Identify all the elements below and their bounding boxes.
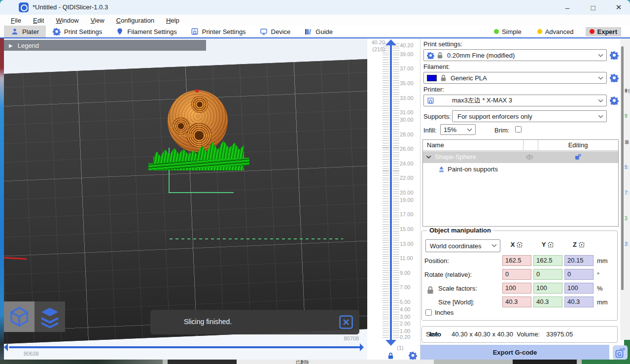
menu-edit[interactable]: Edit [28,16,49,25]
view-3d-button[interactable] [4,301,35,332]
close-button[interactable]: ✕ [614,3,623,12]
tab-filament-settings[interactable]: Filament Settings [109,26,183,37]
send-gcode-button[interactable]: G [613,345,628,360]
viewport-3d[interactable]: ▶ Legend Slicing finished. 80708 80638 [4,38,367,360]
minimize-button[interactable]: – [563,3,572,12]
tab-guide[interactable]: Guide [297,26,340,37]
menu-help[interactable]: Help [161,16,184,25]
printer-gear-button[interactable] [610,96,619,105]
layer-tick-label: 15.00 [400,226,414,232]
manip-x-field[interactable]: 0 [502,269,531,280]
layer-tick-label: 7.00 [400,284,410,290]
background-text-fragment: 3 [625,216,628,221]
layer-tick-label: 4.00 [400,306,410,312]
view-preview-button[interactable] [35,301,65,332]
filament-combo[interactable]: Generic PLA [423,72,607,84]
background-text-fragment: 9 [625,113,628,119]
object-row-paint-supports[interactable]: Paint-on supports [423,164,618,175]
menu-window[interactable]: Window [51,16,83,25]
layer-slider-lower-thumb[interactable] [385,340,396,346]
layer-tick-label: 2.00 [400,321,410,327]
mode-simple[interactable]: Simple [490,27,525,36]
uniform-scale-lock-icon[interactable] [426,286,434,295]
tab-label: Print Settings [64,28,102,35]
manipulation-title: Object manipulation [427,227,493,234]
manip-y-field[interactable]: 40.3 [533,297,562,307]
axis-target-icon [517,242,523,248]
collapse-icon[interactable] [426,155,431,159]
print-settings-combo[interactable]: 0.20mm Fine (modified) [423,49,607,61]
menu-view[interactable]: View [86,16,109,25]
menu-configuration[interactable]: Configuration [111,16,159,25]
printer-preset-value: max3左边 * X-MAX 3 [452,96,512,105]
tab-print-settings[interactable]: Print Settings [46,26,109,37]
toast-message: Slicing finished. [184,318,232,326]
layer-tick-label: 37.00 [400,66,414,71]
editing-icon[interactable] [574,153,582,161]
vertical-layer-slider[interactable] [390,45,392,340]
legend-bar[interactable]: ▶ Legend [4,40,206,51]
menu-file[interactable]: File [6,16,26,25]
manip-y-field[interactable]: 162.5 [533,255,562,266]
layer-tick-label: 33.00 [400,95,414,101]
layer-slider-upper-thumb[interactable] [385,39,396,45]
tab-label: Filament Settings [127,28,176,35]
infill-combo[interactable]: 15% [440,124,476,135]
filament-gear-button[interactable] [610,73,619,82]
lock-icon[interactable] [387,352,394,360]
manip-z-field[interactable]: 40.3 [564,297,594,307]
background-text: 已删除 [296,360,309,364]
mode-expert[interactable]: Expert [586,27,621,36]
tab-printer-settings[interactable]: Printer Settings [184,26,253,37]
layer-tick-label: 26.00 [400,146,414,152]
column-editing: Editing [538,141,618,149]
layer-ring [186,123,212,148]
tab-label: Printer Settings [202,28,246,35]
gear-icon[interactable] [409,351,417,360]
axis-header-z: Z [564,241,593,248]
tab-plater[interactable]: Plater [4,26,46,37]
horizontal-move-slider[interactable] [9,346,362,348]
layer-tick-label: 35.00 [400,80,414,86]
manip-y-field[interactable]: 0 [533,269,562,280]
slider-left-arrow[interactable] [4,343,8,351]
mode-advanced[interactable]: Advanced [533,27,578,36]
infill-value: 15% [444,126,456,133]
maximize-button[interactable]: □ [589,3,597,12]
filament-settings-icon [116,28,124,35]
model-sphere[interactable] [168,90,228,152]
print-settings-gear-button[interactable] [610,51,619,60]
slider-right-arrow[interactable] [360,343,364,351]
layer-tick-label: 3.00 [400,314,410,320]
coordinates-combo[interactable]: World coordinates [425,239,500,252]
brim-label: Brim: [494,127,509,134]
inches-checkbox[interactable] [425,309,432,316]
app-logo-icon [19,2,29,12]
manip-z-field[interactable]: 20.15 [564,255,594,266]
manip-x-field[interactable]: 100 [502,283,531,294]
supports-combo[interactable]: For support enforcers only [452,110,607,122]
tab-device[interactable]: Device [253,26,298,37]
print-settings-label: Print settings: [423,40,462,48]
cube-icon [8,305,31,328]
manip-z-field[interactable]: 0 [564,269,594,280]
background-scrollbar [621,46,624,290]
inches-option: Inches [425,309,454,316]
layer-tick-label: 28.00 [400,132,414,137]
selection-line [169,192,234,193]
chevron-down-icon [467,128,472,132]
eye-icon[interactable] [525,153,533,161]
background-text-fragment: 剰 [625,88,630,95]
export-gcode-button[interactable]: Export G-code [420,345,609,360]
manip-x-field[interactable]: 40.3 [502,297,531,307]
manip-x-field[interactable]: 162.5 [502,255,531,266]
tab-label: Device [271,28,291,35]
brim-checkbox[interactable] [515,126,522,132]
close-icon[interactable] [339,315,353,330]
manip-z-field[interactable]: 100 [564,283,594,294]
printer-combo[interactable]: max3左边 * X-MAX 3 [423,95,607,106]
info-size-label: Size: [426,331,440,338]
object-row-shape-sphere[interactable]: Shape-Sphere [423,151,618,163]
manip-y-field[interactable]: 100 [533,283,562,294]
print-settings-icon [53,28,61,35]
